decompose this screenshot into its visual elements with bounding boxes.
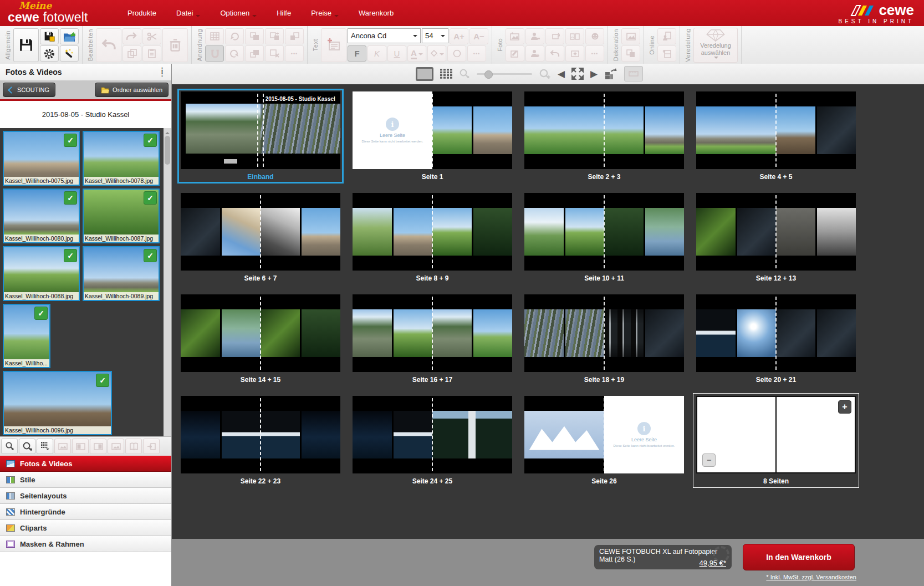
fit-view-button[interactable] (571, 68, 584, 80)
menubar-item-datei[interactable]: Datei (176, 7, 200, 19)
deco-image-button[interactable] (621, 28, 640, 44)
rotate-right-button[interactable] (225, 45, 244, 62)
text-more-button[interactable]: ••• (467, 45, 486, 62)
spread-card[interactable]: Seite 18 + 19 (521, 292, 687, 386)
send-backward-button[interactable] (245, 45, 264, 62)
sidebar-item-backgrounds[interactable]: Hintergründe (0, 504, 171, 520)
photo-more-button[interactable]: ••• (585, 45, 604, 62)
photo-pair-button[interactable] (565, 28, 584, 44)
photo-rotate-button[interactable] (545, 28, 564, 44)
deco-layers-button[interactable] (621, 45, 640, 62)
photo-thumbnail[interactable]: Kassel_Williho... (3, 304, 50, 368)
insert-option-1-button[interactable] (54, 439, 71, 454)
photo-thumbnail[interactable]: Kassel_Willihoch-0096.jpg (3, 371, 112, 435)
fill-color-button[interactable] (427, 45, 446, 62)
menubar-item-warenkorb[interactable]: Warenkorb (359, 9, 394, 17)
underline-button[interactable]: U (387, 45, 406, 62)
font-color-button[interactable]: A (407, 45, 426, 62)
insert-option-4-button[interactable] (108, 439, 124, 454)
rotate-left-button[interactable] (225, 28, 244, 44)
sidebar-item-cliparts[interactable]: Cliparts (0, 520, 171, 536)
redo-button[interactable] (122, 28, 141, 44)
thumb-view-options-button[interactable] (37, 439, 53, 454)
move-backward-button[interactable] (285, 28, 304, 44)
font-smaller-button[interactable]: A− (469, 28, 488, 44)
tax-note-link[interactable]: * Inkl. MwSt. zzgl. Versandkosten (766, 574, 856, 580)
snap-button[interactable] (205, 45, 224, 62)
scroll-up-icon[interactable] (165, 130, 170, 134)
photo-reset-button[interactable] (545, 45, 564, 62)
spread-card[interactable]: Seite 24 + 25 (349, 393, 515, 488)
bold-button[interactable]: F (348, 45, 366, 62)
insert-option-3-button[interactable] (90, 439, 106, 454)
menubar-item-hilfe[interactable]: Hilfe (277, 9, 291, 17)
view-grid-button[interactable] (440, 69, 452, 79)
scrollbar-thumb[interactable] (165, 136, 170, 165)
add-pages-button[interactable] (838, 400, 851, 414)
font-family-select[interactable]: Ancona Cd (348, 28, 421, 43)
spread-card[interactable]: Seite 12 + 13 (693, 190, 859, 285)
prev-page-button[interactable]: ◀ (558, 69, 565, 79)
sidebar-item-masks[interactable]: Masken & Rahmen (0, 536, 171, 552)
photo-person-remove-button[interactable] (525, 28, 544, 44)
sidebar-item-stile[interactable]: Stile (0, 472, 171, 488)
insert-photo-button[interactable] (506, 28, 524, 44)
sidebar-item-photos[interactable]: Fotos & Videos (0, 456, 171, 472)
ruler-button[interactable] (624, 66, 643, 81)
menubar-item-produkte[interactable]: Produkte (127, 9, 156, 17)
book-view-button[interactable] (125, 439, 142, 454)
zoom-out-button[interactable] (459, 69, 470, 79)
product-summary[interactable]: CEWE FOTOBUCH XL auf Fotopapier Matt (26… (594, 545, 732, 569)
photo-edit-button[interactable] (506, 45, 524, 62)
font-larger-button[interactable]: A+ (450, 28, 468, 44)
thumb-zoom-in-button[interactable] (19, 439, 35, 454)
cut-button[interactable] (142, 28, 161, 44)
face-detect-button[interactable] (585, 28, 604, 44)
align-grid-button[interactable] (205, 28, 224, 44)
sidebar-menu-icon[interactable]: ⋮⋮ (159, 69, 166, 76)
settings-button[interactable] (40, 45, 59, 62)
bring-forward-button[interactable] (245, 28, 264, 44)
sort-pages-button[interactable] (604, 68, 617, 80)
spread-card[interactable]: Seite 2 + 3 (521, 89, 687, 184)
remove-pages-button[interactable] (702, 453, 716, 467)
copy-button[interactable] (122, 45, 141, 62)
photo-enhance-button[interactable] (565, 45, 584, 62)
veredelung-select-button[interactable]: Veredelung auswählen (693, 28, 738, 63)
photo-thumbnail[interactable]: Kassel_Willihoch-0087.jpg (83, 188, 160, 243)
spread-card[interactable]: 8 Seiten (693, 393, 859, 488)
save-button[interactable] (13, 28, 39, 62)
add-textbox-button[interactable] (321, 28, 346, 62)
online-profile-button[interactable] (657, 28, 676, 44)
photo-list-scrollbar[interactable] (164, 128, 171, 436)
arrange-more-button[interactable]: ••• (285, 45, 304, 62)
photo-thumbnail[interactable]: Kassel_Willihoch-0088.jpg (3, 246, 80, 301)
zoom-slider[interactable] (477, 73, 532, 75)
undo-button[interactable] (96, 28, 121, 62)
spread-card[interactable]: Seite 14 + 15 (177, 292, 344, 386)
open-project-button[interactable] (60, 28, 79, 44)
spread-card[interactable]: Seite 4 + 5 (693, 89, 859, 184)
choose-folder-button[interactable]: Ordner auswählen (95, 83, 169, 97)
save-as-button[interactable] (40, 28, 59, 44)
menubar-item-optionen[interactable]: Optionen (220, 7, 257, 19)
assistant-button[interactable] (60, 45, 79, 62)
photo-thumbnail[interactable]: Kassel_Willihoch-0089.jpg (83, 246, 160, 301)
spread-card[interactable]: 2015-08-05 - Studio KasselEinband (177, 89, 344, 184)
photo-thumbnail[interactable]: Kassel_Willihoch-0078.jpg (83, 131, 160, 186)
sidebar-item-layouts[interactable]: Seitenlayouts (0, 488, 171, 504)
auto-fill-button[interactable] (143, 439, 160, 454)
spread-card[interactable]: Leere SeiteDiese Seite kann nicht bearbe… (349, 89, 515, 184)
spread-card[interactable]: Seite 16 + 17 (349, 292, 515, 386)
online-upload-button[interactable] (657, 45, 676, 62)
scouting-back-button[interactable]: SCOUTING (3, 83, 55, 97)
view-single-page-button[interactable] (416, 67, 433, 81)
delete-button[interactable] (162, 28, 188, 62)
next-page-button[interactable]: ▶ (590, 69, 598, 79)
text-shape-button[interactable] (447, 45, 466, 62)
spread-card[interactable]: Seite 8 + 9 (349, 190, 515, 285)
italic-button[interactable]: K (367, 45, 386, 62)
spread-card[interactable]: Seite 22 + 23 (177, 393, 344, 488)
paste-button[interactable] (142, 45, 161, 62)
font-size-select[interactable]: 54 (422, 28, 448, 43)
